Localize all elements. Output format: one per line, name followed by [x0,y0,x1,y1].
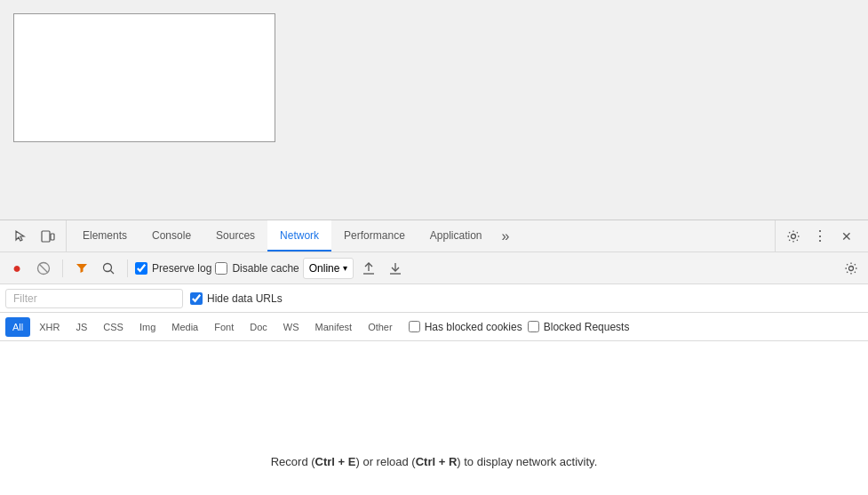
svg-line-4 [39,264,48,273]
inspect-element-button[interactable] [9,224,34,249]
browser-content-area [0,0,868,220]
filter-type-xhr[interactable]: XHR [32,317,67,337]
disable-cache-label[interactable]: Disable cache [215,262,299,275]
shortcut-reload: Ctrl + R [416,455,458,468]
device-toolbar-button[interactable] [36,224,60,249]
svg-point-5 [104,263,112,271]
vertical-dots-icon: ⋮ [813,229,827,244]
network-toolbar: ● Preserve log [0,252,868,284]
filter-type-manifest[interactable]: Manifest [308,317,360,337]
preserve-log-checkbox[interactable] [135,262,147,275]
filter-type-ws[interactable]: WS [276,317,307,337]
tab-network[interactable]: Network [267,220,331,251]
toolbar-separator-1 [62,259,63,277]
has-blocked-cookies-checkbox[interactable] [409,321,420,332]
filter-type-css[interactable]: CSS [96,317,131,337]
empty-text-after: ) to display network activity. [457,455,597,468]
filter-type-img[interactable]: Img [132,317,163,337]
devtools-tab-bar: Elements Console Sources Network Perform… [0,220,868,252]
devtools-settings-button[interactable] [781,224,806,249]
filter-input[interactable] [5,289,183,308]
blocked-requests-label[interactable]: Blocked Requests [528,321,630,333]
network-settings-icon [844,261,858,275]
network-empty-state: Record (Ctrl + E) or reload (Ctrl + R) t… [0,341,868,495]
filter-type-all[interactable]: All [5,317,30,337]
shortcut-record: Ctrl + E [315,455,356,468]
svg-point-2 [792,234,796,238]
filter-funnel-icon [76,262,88,275]
disable-cache-text: Disable cache [232,262,299,275]
hide-data-urls-checkbox[interactable] [190,292,203,305]
empty-text-middle: ) or reload ( [355,455,415,468]
empty-text-before: Record ( [271,455,315,468]
throttle-select[interactable]: Online ▾ [303,258,354,279]
devtools-close-button[interactable]: ✕ [834,224,859,249]
devtools-tab-icons [4,220,67,251]
clear-icon [36,261,51,275]
import-button[interactable] [357,257,380,280]
settings-icon [786,229,800,244]
filter-types-row: All XHR JS CSS Img Media Font Doc WS Man… [0,313,868,341]
has-blocked-cookies-text: Has blocked cookies [425,321,522,333]
filter-row: Hide data URLs [0,284,868,313]
preserve-log-label[interactable]: Preserve log [135,262,211,275]
tab-console[interactable]: Console [139,220,203,251]
download-icon [388,261,402,275]
devtools-menu-button[interactable]: ⋮ [808,224,832,249]
disable-cache-checkbox[interactable] [215,262,227,275]
search-button[interactable] [97,257,120,280]
filter-type-doc[interactable]: Doc [243,317,275,337]
content-placeholder [13,13,275,142]
filter-type-media[interactable]: Media [164,317,205,337]
filter-type-js[interactable]: JS [68,317,94,337]
hide-data-urls-text: Hide data URLs [207,292,283,305]
tab-application[interactable]: Application [418,220,495,251]
svg-rect-0 [42,231,50,242]
export-button[interactable] [384,257,407,280]
inspect-icon [14,229,28,244]
device-toolbar-icon [41,229,55,244]
record-icon: ● [12,260,21,276]
svg-line-6 [111,270,115,274]
toolbar-separator-2 [127,259,128,277]
upload-icon [362,261,376,275]
hide-data-urls-label[interactable]: Hide data URLs [190,292,283,305]
has-blocked-cookies-label[interactable]: Has blocked cookies [409,321,522,333]
preserve-log-text: Preserve log [152,262,211,275]
filter-type-other[interactable]: Other [361,317,400,337]
network-settings-button[interactable] [840,257,863,280]
tab-more-button[interactable]: » [495,220,517,251]
filter-button[interactable] [70,257,93,280]
online-label: Online [309,262,340,275]
blocked-requests-checkbox[interactable] [528,321,539,332]
svg-point-11 [849,266,854,270]
devtools-tabs-list: Elements Console Sources Network Perform… [70,220,775,251]
filter-type-font[interactable]: Font [207,317,241,337]
svg-rect-1 [51,234,54,240]
record-button[interactable]: ● [5,257,28,280]
tab-elements[interactable]: Elements [70,220,139,251]
network-empty-message: Record (Ctrl + E) or reload (Ctrl + R) t… [271,455,598,468]
devtools-tab-actions: ⋮ ✕ [775,220,864,251]
chevron-down-icon: ▾ [343,263,347,273]
tab-performance[interactable]: Performance [331,220,418,251]
tab-sources[interactable]: Sources [203,220,267,251]
search-icon [102,262,115,275]
clear-button[interactable] [32,257,55,280]
blocked-requests-text: Blocked Requests [544,321,630,333]
devtools-panel: Elements Console Sources Network Perform… [0,220,868,495]
close-icon: ✕ [841,229,852,244]
